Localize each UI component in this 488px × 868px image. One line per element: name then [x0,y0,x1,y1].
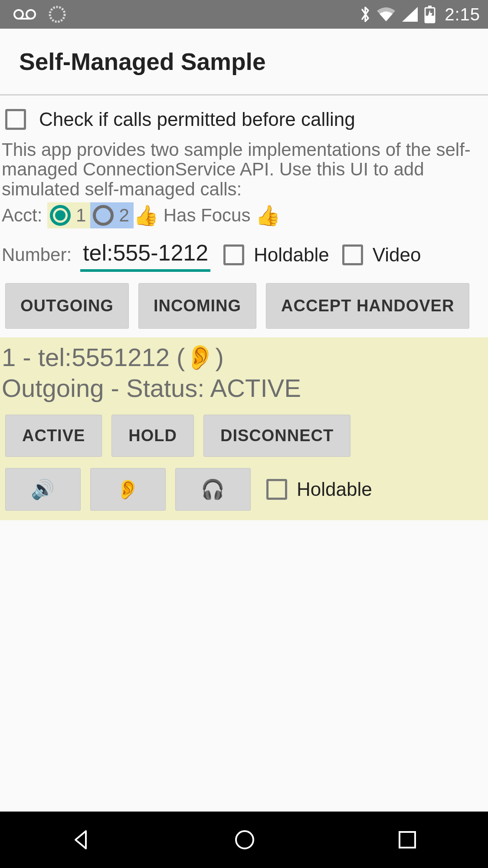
bluetooth-icon [360,5,371,23]
active-button[interactable]: ACTIVE [5,415,102,457]
acct-radio-1-label: 1 [76,205,86,226]
nav-back-icon[interactable] [69,828,94,852]
acct-radio-1[interactable] [50,205,71,226]
video-checkbox[interactable] [342,244,363,265]
acct-label: Acct: [2,205,42,226]
voicemail-icon [13,9,36,20]
ear-icon: 👂 [185,343,215,372]
battery-charging-icon [424,5,436,23]
number-label: Number: [2,244,72,265]
acct-radio-2-label: 2 [119,205,129,226]
check-permitted-checkbox[interactable] [5,109,26,130]
simulate-button-row: OUTGOING INCOMING ACCEPT HANDOVER [0,272,488,337]
svg-point-7 [236,831,253,848]
headphones-button[interactable]: 🎧 [175,468,251,511]
nav-recents-icon[interactable] [396,828,419,851]
svg-point-3 [50,7,65,22]
app-bar: Self-Managed Sample [0,29,488,96]
call-audio-buttons: 🔊 👂 🎧 Holdable [2,465,488,511]
speaker-button[interactable]: 🔊 [5,468,81,511]
acct-row: Acct: 1 2 👍 Has Focus 👍 [0,202,488,228]
earpiece-button[interactable]: 👂 [90,468,166,511]
sync-icon [49,6,66,23]
holdable-checkbox[interactable] [223,244,244,265]
svg-point-0 [14,10,23,19]
page-title: Self-Managed Sample [19,48,265,76]
android-nav-bar [0,812,488,868]
svg-rect-8 [400,832,415,848]
svg-rect-6 [425,16,435,23]
call-holdable-checkbox[interactable] [266,479,287,500]
focus-label: Has Focus [164,205,251,226]
call-state-buttons: ACTIVE HOLD DISCONNECT [2,407,488,465]
number-input[interactable] [80,238,210,272]
incoming-button[interactable]: INCOMING [138,283,256,329]
wifi-icon [376,7,396,22]
accept-handover-button[interactable]: ACCEPT HANDOVER [266,283,469,329]
disconnect-button[interactable]: DISCONNECT [203,415,350,457]
call-line-1-prefix: 1 - tel:5551212 ( [2,343,185,372]
acct-radio-2-wrap: 2 [90,202,133,228]
svg-point-1 [26,10,35,19]
description-text: This app provides two sample implementat… [0,135,488,202]
video-label: Video [373,244,421,266]
acct-radio-1-wrap: 1 [47,202,90,228]
status-clock: 2:15 [445,5,480,24]
thumb-icon-1: 👍 [134,204,158,227]
svg-rect-5 [428,6,432,8]
call-holdable-label: Holdable [297,479,372,500]
acct-radio-2[interactable] [93,205,114,226]
call-line-2: Outgoing - Status: ACTIVE [2,373,488,407]
thumb-icon-2: 👍 [255,204,280,227]
nav-home-icon[interactable] [233,828,257,852]
status-bar: 2:15 [0,0,488,29]
call-line-1: 1 - tel:5551212 ( 👂 ) [2,342,488,373]
hold-button[interactable]: HOLD [111,415,194,457]
call-card: 1 - tel:5551212 ( 👂 ) Outgoing - Status:… [0,337,488,520]
call-line-1-suffix: ) [215,343,223,372]
holdable-label: Holdable [254,244,329,266]
outgoing-button[interactable]: OUTGOING [5,283,129,329]
number-row: Number: Holdable Video [0,228,488,272]
cell-signal-icon [401,6,419,23]
check-permitted-label: Check if calls permitted before calling [39,109,355,130]
